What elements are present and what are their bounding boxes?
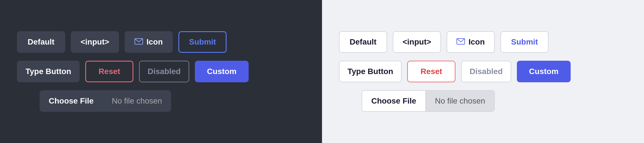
dark-typebutton-label: Type Button (25, 67, 71, 76)
light-custom-label: Custom (529, 67, 558, 76)
dark-choose-file-label: Choose File (49, 96, 94, 106)
dark-submit-button[interactable]: Submit (178, 31, 227, 53)
dark-default-label: Default (28, 37, 55, 47)
light-icon-label: Icon (468, 37, 485, 47)
light-submit-label: Submit (511, 37, 538, 47)
dark-submit-label: Submit (189, 37, 216, 47)
mail-icon (135, 37, 143, 47)
light-reset-button[interactable]: Reset (407, 61, 455, 82)
dark-no-file-label: No file chosen (103, 90, 171, 112)
dark-default-button[interactable]: Default (17, 31, 65, 53)
dark-reset-label: Reset (99, 67, 120, 76)
dark-row-1: Default <input> Icon Submit (17, 31, 305, 53)
light-typebutton-label: Type Button (347, 67, 393, 76)
light-no-file-label: No file chosen (426, 91, 494, 111)
dark-row-3: Choose File No file chosen (17, 90, 305, 112)
light-icon-button[interactable]: Icon (447, 31, 495, 53)
dark-disabled-button[interactable]: Disabled (139, 61, 189, 82)
light-input-label: <input> (402, 37, 431, 47)
dark-input-label: <input> (80, 37, 109, 47)
dark-custom-label: Custom (207, 67, 236, 76)
light-custom-button[interactable]: Custom (517, 61, 571, 82)
mail-icon-light (457, 37, 465, 47)
dark-choose-file-button[interactable]: Choose File (40, 90, 103, 112)
light-row-3: Choose File No file chosen (339, 90, 627, 112)
light-row-2: Type Button Reset Disabled Custom (339, 61, 627, 82)
light-choose-file-button[interactable]: Choose File (362, 91, 426, 111)
light-disabled-label: Disabled (470, 67, 503, 76)
light-panel: Default <input> Icon Submit Type Button … (322, 0, 644, 143)
light-file-input[interactable]: Choose File No file chosen (362, 90, 495, 112)
light-reset-label: Reset (421, 67, 442, 76)
dark-icon-button[interactable]: Icon (125, 31, 173, 53)
light-default-button[interactable]: Default (339, 31, 387, 53)
dark-input-button[interactable]: <input> (71, 31, 119, 53)
dark-row-2: Type Button Reset Disabled Custom (17, 61, 305, 82)
dark-panel: Default <input> Icon Submit Type Button … (0, 0, 322, 143)
light-disabled-button[interactable]: Disabled (461, 61, 511, 82)
light-choose-file-label: Choose File (371, 96, 416, 106)
dark-custom-button[interactable]: Custom (195, 61, 249, 82)
light-typebutton-button[interactable]: Type Button (339, 61, 402, 82)
dark-reset-button[interactable]: Reset (85, 61, 133, 82)
dark-icon-label: Icon (146, 37, 163, 47)
light-input-button[interactable]: <input> (393, 31, 441, 53)
dark-typebutton-button[interactable]: Type Button (17, 61, 80, 82)
light-default-label: Default (350, 37, 377, 47)
dark-disabled-label: Disabled (148, 67, 181, 76)
light-row-1: Default <input> Icon Submit (339, 31, 627, 53)
dark-file-input[interactable]: Choose File No file chosen (40, 90, 171, 112)
light-submit-button[interactable]: Submit (500, 31, 549, 53)
